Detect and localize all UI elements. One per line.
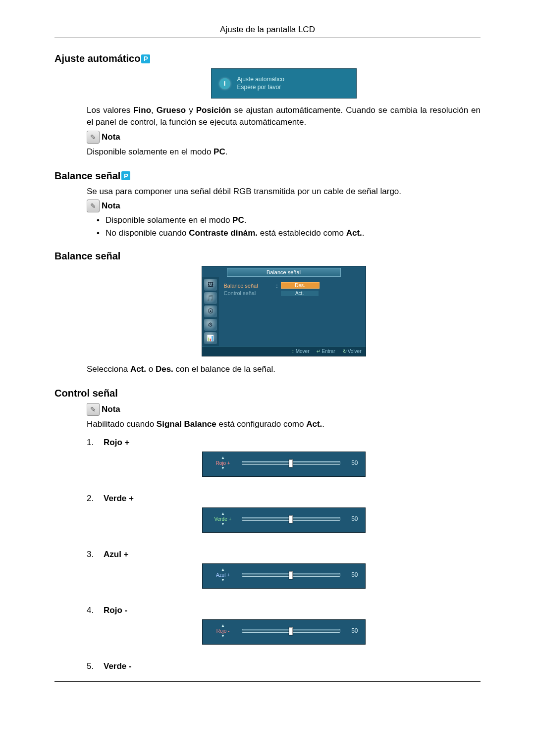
item-number: 4. [87, 605, 97, 615]
slider-row: ▲Azul +▼50 [210, 568, 358, 582]
osd-body: 🖼 🎵 ⦿ ⚙ 📊 Balance señal : Des. Control s… [202, 277, 366, 346]
osd-item-label: Balance señal [224, 283, 273, 289]
slider-thumb[interactable] [289, 459, 293, 467]
arrow-up-icon[interactable]: ▲ [210, 568, 237, 572]
slider-label-col: ▲Rojo -▼ [210, 624, 237, 638]
item-number: 2. [87, 494, 97, 504]
numbered-label: 5.Verde - [87, 661, 481, 671]
section-title-text: Balance señal [54, 170, 120, 182]
slider-track[interactable] [242, 461, 340, 465]
slider-label-col: ▲Azul +▼ [210, 568, 237, 582]
slider-row: ▲Rojo +▼50 [210, 456, 358, 470]
item-number: 1. [87, 438, 97, 448]
note-icon: ✎ [87, 200, 100, 212]
arrow-down-icon[interactable]: ▼ [210, 522, 237, 526]
text: Mover [296, 349, 310, 354]
bold: Contraste dinám. [189, 228, 258, 238]
osd-sidebar: 🖼 🎵 ⦿ ⚙ 📊 [202, 277, 219, 346]
bold: Grueso [157, 105, 186, 115]
bold: PC [232, 215, 244, 225]
slider-row: ▲Rojo -▼50 [210, 624, 358, 638]
slider-thumb[interactable] [289, 627, 293, 635]
slider-thumb[interactable] [289, 515, 293, 523]
bullet-item: Disponible solamente en el modo PC. [97, 215, 481, 225]
note-text: Disponible solamente en el modo PC. [87, 146, 481, 158]
note-icon: ✎ [87, 131, 100, 144]
signal-balance-para: Se usa para componer una señal débil RGB… [87, 186, 481, 198]
osd-hint-move: Mover [292, 349, 310, 354]
osd-title: Balance señal [227, 268, 341, 277]
osd-tab-icon[interactable]: 🖼 [204, 279, 217, 291]
info-icon: i [219, 78, 230, 89]
section-balance-osd-title: Balance señal [54, 251, 481, 262]
osd-caption: Selecciona Act. o Des. con el balance de… [87, 363, 481, 375]
bold: Des. [156, 364, 173, 374]
osd-tab-icon[interactable]: ⚙ [204, 319, 217, 331]
osd-tab-icon[interactable]: 📊 [204, 332, 217, 344]
slider-value: 50 [345, 515, 358, 522]
text: Disponible solamente en el modo [106, 215, 232, 225]
text: . [225, 147, 228, 156]
divider-top [54, 38, 481, 38]
banner-line1: Ajuste automático [237, 76, 284, 84]
control-item: 5.Verde - [87, 656, 481, 671]
note-text: Habilitado cuando Signal Balance está co… [87, 418, 481, 430]
arrow-up-icon[interactable]: ▲ [210, 624, 237, 628]
slider-name: Rojo - [210, 628, 237, 634]
slider-thumb[interactable] [289, 571, 293, 579]
osd-row-control[interactable]: Control señal Act. [224, 290, 361, 296]
auto-adjust-banner: i Ajuste automático Espere por favor [211, 68, 357, 99]
osd-row-balance[interactable]: Balance señal : Des. [224, 282, 361, 289]
text: está establecido como [258, 228, 346, 238]
slider-panel: ▲Azul +▼50 [202, 563, 366, 589]
page: Ajuste de la pantalla LCD Ajuste automát… [0, 0, 535, 715]
text: está configurado como [216, 419, 306, 429]
section-control-signal-title: Control señal [54, 388, 481, 399]
section-signal-balance-title: Balance señal P [54, 170, 481, 182]
osd-option[interactable]: Act. [281, 291, 319, 296]
text: Volver [348, 349, 362, 354]
numbered-label: 1.Rojo + [87, 438, 481, 448]
slider-panel: ▲Rojo +▼50 [202, 452, 366, 477]
colon [276, 290, 278, 296]
text: . [362, 228, 365, 238]
divider-bottom [54, 681, 481, 682]
section-auto-adjust-title: Ajuste automático P [54, 53, 481, 64]
osd-footer: Mover Entrar Volver [202, 346, 366, 356]
note-row: ✎ Nota [87, 200, 481, 212]
bold: PC [214, 147, 225, 156]
slider-panel: ▲Rojo -▼50 [202, 619, 366, 645]
section-balance-osd-body: Balance señal 🖼 🎵 ⦿ ⚙ 📊 Balance señal : … [87, 266, 481, 375]
slider-name: Azul + [210, 572, 237, 578]
slider-name: Rojo + [210, 460, 237, 466]
numbered-label: 2.Verde + [87, 494, 481, 504]
arrow-up-icon[interactable]: ▲ [210, 456, 237, 460]
note-label: Nota [102, 404, 120, 414]
item-label: Rojo + [104, 438, 129, 448]
item-label: Azul + [104, 550, 129, 559]
text: Disponible solamente en el modo [87, 147, 214, 156]
osd-option-selected[interactable]: Des. [281, 282, 320, 289]
text: , [151, 105, 157, 115]
osd-tab-icon[interactable]: ⦿ [204, 305, 217, 317]
slider-track[interactable] [242, 573, 340, 577]
numbered-label: 3.Azul + [87, 550, 481, 559]
arrow-down-icon[interactable]: ▼ [210, 578, 237, 582]
note-label: Nota [102, 201, 120, 211]
osd-tab-icon[interactable]: 🎵 [204, 292, 217, 304]
arrow-down-icon[interactable]: ▼ [210, 634, 237, 638]
osd-hint-enter: Entrar [316, 349, 335, 354]
slider-track[interactable] [242, 517, 340, 521]
slider-track[interactable] [242, 629, 340, 633]
arrow-down-icon[interactable]: ▼ [210, 466, 237, 470]
note-label: Nota [102, 132, 120, 142]
control-item: 4.Rojo -▲Rojo -▼50 [87, 601, 481, 656]
bold: Act. [306, 419, 322, 429]
text: Selecciona [87, 364, 130, 374]
control-item: 3.Azul +▲Azul +▼50 [87, 545, 481, 601]
banner-line2: Espere por favor [237, 84, 284, 92]
text: o [146, 364, 156, 374]
section-title-text: Control señal [54, 388, 118, 399]
arrow-up-icon[interactable]: ▲ [210, 512, 237, 516]
numbered-label: 4.Rojo - [87, 605, 481, 615]
